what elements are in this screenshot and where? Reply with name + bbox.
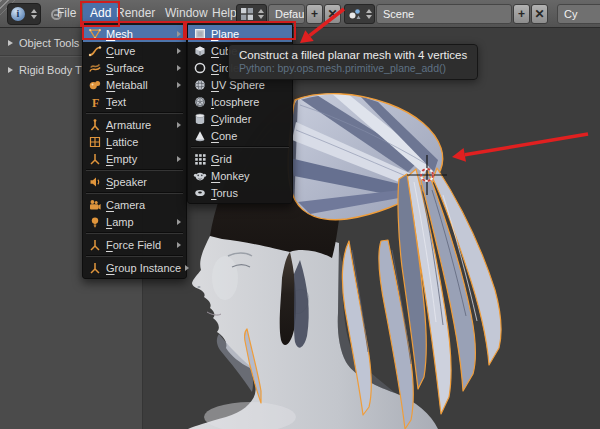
add-menu-item-group-instance[interactable]: Group Instance: [83, 259, 186, 276]
menu-separator: [83, 110, 186, 116]
menu-item-label: Cylinder: [211, 113, 251, 125]
menu-item-label: Text: [106, 96, 126, 108]
add-menu-item-metaball[interactable]: Metaball: [83, 76, 186, 93]
menu-item-label: Icosphere: [211, 96, 259, 108]
menu-separator: [83, 253, 186, 259]
menu-item-label: Surface: [106, 62, 144, 74]
add-menu-item-text[interactable]: F Text: [83, 93, 186, 110]
add-menu-item-mesh[interactable]: Mesh: [83, 25, 186, 42]
menu-item-label: UV Sphere: [211, 79, 265, 91]
add-layout-button[interactable]: +: [306, 4, 323, 24]
mesh-submenu-item-cylinder[interactable]: Cylinder: [188, 110, 292, 127]
mesh-submenu-item-monkey[interactable]: Monkey: [188, 167, 292, 184]
expand-triangle-icon: [8, 40, 13, 46]
editor-type-selector[interactable]: i: [7, 3, 41, 25]
render-engine-select[interactable]: Cy: [557, 4, 600, 24]
text-icon: F: [87, 94, 102, 109]
scene-icon: [347, 7, 362, 22]
add-menu-item-curve[interactable]: Curve: [83, 42, 186, 59]
grid-icon: [192, 151, 207, 166]
add-menu-item-armature[interactable]: Armature: [83, 116, 186, 133]
mesh-icon: [87, 26, 102, 41]
uv-sphere-icon: [192, 77, 207, 92]
menu-item-label: Lattice: [106, 136, 138, 148]
menu-item-label: Group Instance: [106, 262, 181, 274]
mesh-submenu-item-icosphere[interactable]: Icosphere: [188, 93, 292, 110]
submenu-arrow-icon: [177, 156, 181, 162]
lattice-icon: [87, 134, 102, 149]
blender-window: i File Add Render Window Help Default + …: [0, 0, 600, 429]
menu-item-label: Torus: [211, 187, 238, 199]
stepper-arrows-icon: [366, 9, 372, 19]
tooltip-title: Construct a filled planar mesh with 4 ve…: [239, 49, 467, 61]
menu-item-label: Force Field: [106, 239, 161, 251]
mesh-submenu-item-grid[interactable]: Grid: [188, 150, 292, 167]
close-scene-button[interactable]: ✕: [531, 4, 548, 24]
expand-triangle-icon: [8, 67, 13, 73]
add-menu-item-speaker[interactable]: Speaker: [83, 173, 186, 190]
tooltip-python-hint: Python: bpy.ops.mesh.primitive_plane_add…: [239, 62, 467, 74]
submenu-arrow-icon: [177, 242, 181, 248]
add-menu-item-force-field[interactable]: Force Field: [83, 236, 186, 253]
empty-icon: [87, 151, 102, 166]
close-layout-button[interactable]: ✕: [324, 4, 341, 24]
mesh-submenu-item-plane[interactable]: Plane: [188, 25, 292, 42]
add-menu-item-lattice[interactable]: Lattice: [83, 133, 186, 150]
submenu-arrow-icon: [177, 31, 181, 37]
menu-separator: [83, 190, 186, 196]
cube-icon: [192, 43, 207, 58]
menu-separator: [83, 167, 186, 173]
cone-icon: [192, 128, 207, 143]
add-menu: Mesh Curve Surface Metaball F Text Armat…: [82, 22, 187, 279]
add-menu-item-empty[interactable]: Empty: [83, 150, 186, 167]
submenu-arrow-icon: [177, 219, 181, 225]
screen-layout-icon: [239, 7, 254, 22]
menu-item-label: Lamp: [106, 216, 134, 228]
monkey-icon: [192, 168, 207, 183]
menu-item-label: Mesh: [106, 28, 133, 40]
plane-icon: [192, 26, 207, 41]
force-field-icon: [87, 237, 102, 252]
menu-separator: [83, 230, 186, 236]
info-icon: i: [11, 7, 25, 21]
svg-text:F: F: [92, 95, 99, 109]
menu-item-label: Armature: [106, 119, 151, 131]
armature-icon: [87, 117, 102, 132]
curve-icon: [87, 43, 102, 58]
stepper-arrows-icon: [31, 9, 37, 19]
speaker-icon: [87, 174, 102, 189]
menu-item-label: Grid: [211, 153, 232, 165]
panel-label: Rigid Body T: [19, 64, 82, 76]
mesh-submenu-item-cone[interactable]: Cone: [188, 127, 292, 144]
icosphere-icon: [192, 94, 207, 109]
circle-icon: [192, 60, 207, 75]
menu-item-label: Curve: [106, 45, 135, 57]
screen-layout-name-field[interactable]: Default: [268, 4, 305, 24]
screen-layout-selector[interactable]: [236, 4, 267, 24]
submenu-arrow-icon: [177, 65, 181, 71]
menu-item-label: Plane: [211, 28, 239, 40]
scene-selector[interactable]: [344, 4, 375, 24]
menu-file[interactable]: File: [57, 0, 76, 27]
group-instance-icon: [87, 260, 102, 275]
add-menu-item-surface[interactable]: Surface: [83, 59, 186, 76]
menu-add[interactable]: Add: [83, 3, 118, 24]
cylinder-icon: [192, 111, 207, 126]
add-scene-button[interactable]: +: [513, 4, 530, 24]
add-menu-item-camera[interactable]: Camera: [83, 196, 186, 213]
menu-separator: [188, 144, 292, 150]
menu-item-label: Cone: [211, 130, 237, 142]
metaball-icon: [87, 77, 102, 92]
scene-name-field[interactable]: Scene: [376, 4, 512, 24]
menu-item-label: Monkey: [211, 170, 250, 182]
torus-icon: [192, 185, 207, 200]
camera-icon: [87, 197, 102, 212]
mesh-submenu-item-torus[interactable]: Torus: [188, 184, 292, 201]
submenu-arrow-icon: [177, 82, 181, 88]
menu-item-label: Camera: [106, 199, 145, 211]
add-menu-item-lamp[interactable]: Lamp: [83, 213, 186, 230]
tooltip: Construct a filled planar mesh with 4 ve…: [228, 44, 478, 80]
stepper-arrows-icon: [258, 9, 264, 19]
submenu-arrow-icon: [185, 265, 189, 271]
panel-label: Object Tools: [19, 37, 79, 49]
